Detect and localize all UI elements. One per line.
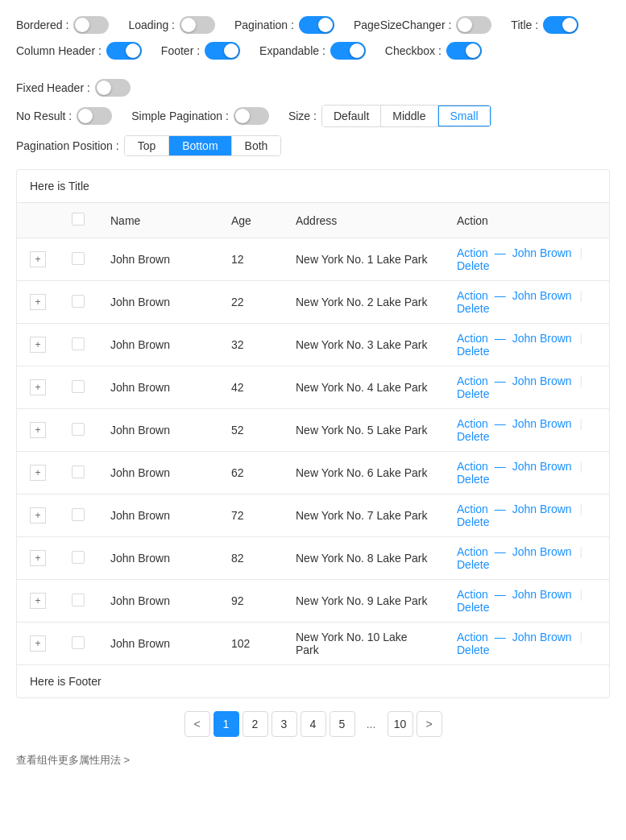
action-link[interactable]: Action [457, 631, 488, 643]
delete-link[interactable]: Delete [457, 302, 489, 315]
pos-bottom-button[interactable]: Bottom [169, 136, 231, 155]
row-checkbox[interactable] [72, 551, 85, 564]
expand-cell: + [17, 281, 59, 324]
delete-link[interactable]: Delete [457, 430, 489, 443]
action-link[interactable]: Action [457, 417, 488, 430]
row-checkbox[interactable] [72, 380, 85, 393]
checkbox-toggle[interactable] [446, 42, 482, 60]
row-checkbox[interactable] [72, 594, 85, 606]
action-separator: — [495, 374, 506, 387]
expand-row-button[interactable]: + [30, 251, 46, 267]
columnheader-toggle[interactable] [106, 42, 142, 60]
name-cell: John Brown [97, 366, 218, 409]
expand-row-button[interactable]: + [30, 550, 46, 566]
expand-row-button[interactable]: + [30, 635, 46, 652]
john-brown-link[interactable]: John Brown [512, 631, 572, 643]
expand-row-button[interactable]: + [30, 337, 46, 353]
pos-both-button[interactable]: Both [232, 136, 281, 155]
expand-row-button[interactable]: + [30, 422, 46, 438]
action-link[interactable]: Action [457, 332, 488, 345]
pagination-prev-button[interactable]: < [184, 711, 210, 737]
action-separator: — [495, 631, 506, 643]
action-separator: — [495, 460, 506, 473]
john-brown-link[interactable]: John Brown [512, 246, 572, 259]
expandable-toggle[interactable] [330, 42, 366, 60]
delete-link[interactable]: Delete [457, 558, 489, 571]
pagination-page-4[interactable]: 4 [301, 711, 326, 737]
checkbox-cell-td [59, 623, 97, 665]
action-link[interactable]: Action [457, 374, 488, 387]
row-checkbox[interactable] [72, 466, 85, 478]
delete-separator: | [580, 289, 583, 302]
footer-toggle[interactable] [205, 42, 240, 60]
action-link[interactable]: Action [457, 246, 488, 259]
delete-link[interactable]: Delete [457, 473, 489, 486]
action-link[interactable]: Action [457, 588, 488, 601]
action-link[interactable]: Action [457, 503, 488, 515]
john-brown-link[interactable]: John Brown [512, 332, 572, 345]
john-brown-link[interactable]: John Brown [512, 588, 572, 601]
john-brown-link[interactable]: John Brown [512, 460, 572, 473]
loading-toggle[interactable] [180, 16, 215, 34]
action-separator: — [495, 588, 506, 601]
john-brown-link[interactable]: John Brown [512, 503, 572, 515]
fixedheader-toggle[interactable] [95, 79, 131, 97]
expand-row-button[interactable]: + [30, 294, 46, 310]
pagination-next-button[interactable]: > [417, 711, 442, 737]
action-cell: Action — John Brown | Delete [444, 580, 609, 623]
row-checkbox[interactable] [72, 423, 85, 436]
checkbox-cell-td [59, 580, 97, 623]
action-cell: Action — John Brown | Delete [444, 281, 609, 324]
address-cell: New York No. 10 Lake Park [283, 623, 444, 665]
data-table: Name Age Address Action + John Brown 12 … [17, 203, 609, 664]
row-checkbox[interactable] [72, 337, 85, 350]
delete-link[interactable]: Delete [457, 643, 489, 656]
size-middle-button[interactable]: Middle [381, 106, 437, 126]
expand-row-button[interactable]: + [30, 465, 46, 481]
select-all-checkbox[interactable] [72, 213, 85, 226]
expand-row-button[interactable]: + [30, 379, 46, 395]
bottom-note[interactable]: 查看组件更多属性用法 > [16, 753, 610, 768]
john-brown-link[interactable]: John Brown [512, 374, 572, 387]
pos-top-button[interactable]: Top [125, 136, 170, 155]
row-checkbox[interactable] [72, 636, 85, 649]
fixedheader-control: Fixed Header : [16, 79, 131, 97]
delete-link[interactable]: Delete [457, 345, 489, 358]
pagination-page-1[interactable]: 1 [214, 711, 239, 737]
pagination-toggle[interactable] [299, 16, 334, 34]
row-checkbox[interactable] [72, 295, 85, 308]
pagination-page-3[interactable]: 3 [272, 711, 297, 737]
john-brown-link[interactable]: John Brown [512, 545, 572, 558]
pagination-page-2[interactable]: 2 [243, 711, 268, 737]
size-small-button[interactable]: Small [438, 106, 491, 126]
age-cell: 52 [218, 409, 283, 452]
expand-header [17, 203, 59, 238]
table-row: + John Brown 62 New York No. 6 Lake Park… [17, 452, 609, 494]
john-brown-link[interactable]: John Brown [512, 417, 572, 430]
delete-link[interactable]: Delete [457, 515, 489, 528]
footer-thumb [224, 43, 238, 58]
age-cell: 12 [218, 238, 283, 281]
row-checkbox[interactable] [72, 252, 85, 265]
name-cell: John Brown [97, 281, 218, 324]
expand-row-button[interactable]: + [30, 593, 46, 609]
title-toggle[interactable] [543, 16, 578, 34]
expand-row-button[interactable]: + [30, 507, 46, 523]
pagination-page-10[interactable]: 10 [388, 711, 413, 737]
simplepagination-toggle[interactable] [234, 107, 269, 125]
delete-link[interactable]: Delete [457, 601, 489, 614]
name-cell: John Brown [97, 452, 218, 494]
noresult-toggle[interactable] [77, 107, 112, 125]
pagesizechanger-toggle[interactable] [456, 16, 491, 34]
pagination-page-5[interactable]: 5 [330, 711, 355, 737]
bordered-toggle[interactable] [73, 16, 109, 34]
row-checkbox[interactable] [72, 508, 85, 521]
size-default-button[interactable]: Default [322, 106, 381, 126]
action-link[interactable]: Action [457, 289, 488, 302]
action-link[interactable]: Action [457, 545, 488, 558]
delete-link[interactable]: Delete [457, 259, 489, 272]
action-link[interactable]: Action [457, 460, 488, 473]
john-brown-link[interactable]: John Brown [512, 289, 572, 302]
columnheader-label: Column Header : [16, 44, 102, 57]
delete-link[interactable]: Delete [457, 387, 489, 400]
